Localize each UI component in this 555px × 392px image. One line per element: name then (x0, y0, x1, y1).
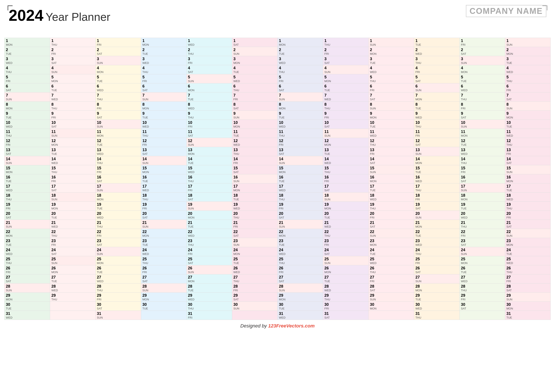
day-name: WED (279, 62, 321, 64)
day-name: TUE (506, 62, 549, 64)
calendar-cell-apr-21: 21SUN (141, 220, 186, 229)
day-number: 7 (142, 93, 185, 98)
day-name: MON (415, 162, 458, 164)
calendar-cell-mar-7: 7THU (95, 93, 141, 102)
calendar-cell-may-17: 17FRI (186, 183, 232, 192)
calendar-cell-dec-3: 3TUE (505, 56, 550, 65)
day-number: 11 (142, 129, 185, 134)
calendar-cell-sep-22: 22SUN (369, 229, 414, 238)
month-header-jul: July (278, 29, 323, 38)
calendar-cell-aug-8: 8THU (323, 102, 369, 111)
calendar-cell-dec-5: 5THU (505, 74, 550, 83)
calendar-cell-feb-12: 12MON (50, 138, 95, 147)
day-number: 7 (370, 93, 413, 98)
calendar-cell-feb-20: 20TUE (50, 211, 95, 220)
day-name: SUN (506, 171, 549, 173)
calendar-cell-aug-18: 18SUN (323, 192, 369, 202)
day-name: SAT (506, 98, 549, 101)
calendar-cell-may-19: 19SUN (186, 202, 232, 211)
calendar-cell-jan-18: 18THU (5, 192, 50, 202)
month-header-sep: September (369, 29, 414, 38)
calendar-cell-may-1: 1WED (186, 38, 232, 47)
day-number: 1 (461, 39, 504, 43)
day-name: TUE (506, 316, 549, 319)
day-number: 1 (370, 39, 413, 43)
day-name: FRI (6, 80, 49, 83)
calendar-cell-jan-11: 11THU (5, 129, 50, 138)
day-number: 24 (188, 248, 231, 253)
day-name: MON (234, 253, 276, 255)
day-name: MON (142, 107, 185, 110)
calendar-cell-jan-4: 4THU (5, 65, 50, 74)
calendar-cell-mar-13: 13WED (95, 147, 141, 156)
day-number: 11 (506, 129, 549, 134)
day-name: SAT (506, 162, 549, 164)
calendar-cell-apr-6: 6SAT (141, 83, 186, 93)
calendar-cell-jun-7: 7FRI (232, 93, 278, 102)
day-name: TUE (415, 43, 458, 46)
day-number: 2 (279, 48, 321, 52)
calendar-cell-feb-27: 27TUE (50, 274, 95, 284)
day-number: 19 (51, 202, 94, 207)
day-name: SUN (506, 107, 549, 110)
calendar-cell-dec-26: 26THU (505, 265, 550, 274)
calendar-cell-mar-4: 4MON (95, 65, 141, 74)
calendar-cell-dec-16: 16MON (505, 174, 550, 183)
day-number: 9 (415, 111, 458, 116)
day-name: WED (51, 289, 94, 292)
day-name: WED (461, 280, 504, 283)
day-name: FRI (461, 43, 504, 46)
day-name: SUN (188, 207, 231, 210)
calendar-cell-feb-22: 22THU (50, 229, 95, 238)
day-name: FRI (461, 171, 504, 173)
calendar-cell-mar-24: 24SUN (95, 247, 141, 256)
calendar-cell-may-30: 30THU (186, 302, 232, 311)
calendar-cell-nov-11: 11MON (460, 129, 505, 138)
day-name: THU (461, 98, 504, 101)
day-name: THU (234, 280, 276, 283)
day-number: 18 (188, 193, 231, 198)
day-number: 27 (370, 275, 413, 280)
day-number: 28 (461, 284, 504, 289)
day-name: SAT (51, 189, 94, 192)
day-name: SAT (279, 152, 321, 155)
day-name: MON (234, 62, 276, 64)
day-number: 11 (324, 129, 367, 134)
calendar-cell-jun-24: 24MON (232, 247, 278, 256)
day-name: SAT (97, 307, 140, 310)
day-number: 24 (461, 248, 504, 253)
day-number: 14 (97, 157, 140, 162)
calendar-cell-aug-17: 17SAT (323, 183, 369, 192)
day-name: THU (279, 134, 321, 137)
day-number: 16 (97, 175, 140, 180)
day-name: MON (279, 298, 321, 301)
day-name: MON (506, 116, 549, 119)
calendar-cell-may-29: 29WED (186, 292, 232, 302)
day-name: THU (415, 189, 458, 192)
calendar-cell-apr-28: 28SUN (141, 284, 186, 292)
day-number: 8 (51, 102, 94, 107)
day-name: FRI (279, 271, 321, 274)
day-name: WED (324, 162, 367, 164)
calendar-cell-sep-7: 7SAT (369, 93, 414, 102)
calendar-cell-jun-2: 2SUN (232, 47, 278, 56)
day-name: THU (97, 98, 140, 101)
calendar-cell-feb-25: 25SUN (50, 256, 95, 265)
day-number: 2 (142, 48, 185, 52)
calendar-cell-mar-22: 22FRI (95, 229, 141, 238)
calendar-cell-jul-18: 18THU (278, 192, 323, 202)
calendar-cell-aug-24: 24SAT (323, 247, 369, 256)
day-name: WED (234, 143, 276, 146)
day-number: 13 (142, 148, 185, 152)
day-name: FRI (370, 216, 413, 219)
day-number: 23 (279, 239, 321, 243)
calendar-cell-may-8: 8WED (186, 102, 232, 111)
day-name: WED (142, 253, 185, 255)
day-number: 21 (142, 221, 185, 225)
calendar-cell-dec-11: 11WED (505, 129, 550, 138)
day-number: 19 (6, 202, 49, 207)
day-number: 10 (461, 121, 504, 125)
title-section: 2024 Year Planner (9, 7, 110, 24)
day-number: 29 (506, 293, 549, 298)
calendar-cell-nov-6: 6WED (460, 83, 505, 93)
